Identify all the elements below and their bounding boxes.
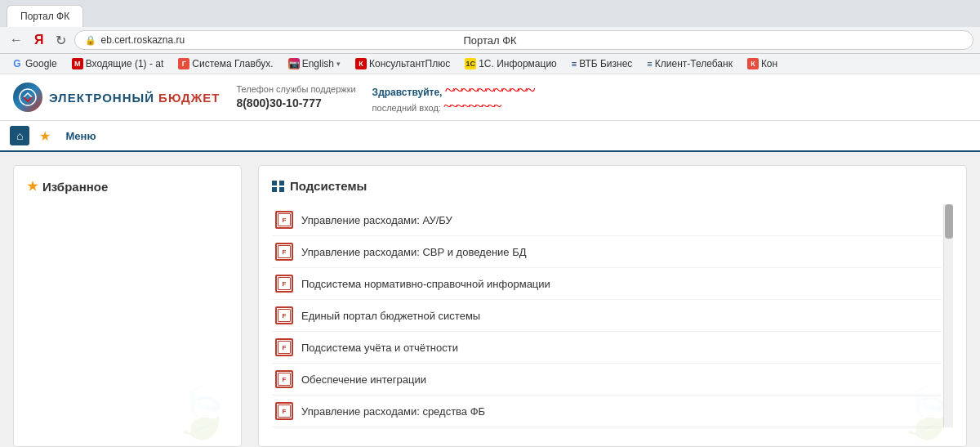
lock-icon: 🔒: [85, 35, 96, 46]
bookmark-google[interactable]: G Google: [7, 56, 62, 71]
last-login-value: ~~~~~~~~~: [443, 99, 501, 114]
bookmark-mail-label: Входящие (1) - at: [86, 58, 164, 69]
bookmark-klient[interactable]: ≡ Клиент-Телебанк: [642, 56, 737, 71]
bookmark-kon2[interactable]: К Кон: [742, 56, 782, 71]
subsystem-icon: F: [275, 243, 293, 261]
greeting-text: Здравствуйте, ~~~~~~~~~~~: [372, 81, 967, 99]
subsystem-label: Подсистема нормативно-справочной информа…: [301, 278, 550, 290]
greeting-label: Здравствуйте,: [372, 87, 443, 98]
menu-button[interactable]: Меню: [60, 128, 100, 144]
google-icon: G: [11, 58, 23, 69]
app-header: ЭЛЕКТРОННЫЙ БЮДЖЕТ Телефон службы поддер…: [0, 74, 980, 121]
mail-icon: M: [72, 58, 83, 69]
redact-scribble: ~~~~~~~~~~~: [445, 79, 534, 100]
subsystems-title-text: Подсистемы: [290, 179, 367, 193]
kon2-icon: К: [747, 58, 759, 69]
logo-circle: [13, 83, 42, 112]
subsystem-icon: F: [275, 306, 293, 324]
bookmark-kon2-label: Кон: [761, 58, 777, 69]
subsystem-icon: F: [275, 275, 293, 293]
subsystem-label: Единый портал бюджетной системы: [301, 310, 480, 322]
logo: ЭЛЕКТРОННЫЙ БЮДЖЕТ: [13, 83, 220, 112]
subsystem-icon: F: [275, 370, 293, 388]
bookmark-mail[interactable]: M Входящие (1) - at: [67, 56, 169, 71]
instagram-icon: 📷: [288, 58, 300, 69]
refresh-button[interactable]: ↻: [52, 31, 69, 50]
back-button[interactable]: ←: [7, 31, 26, 49]
redact-scribble2: ~~~~~~~~~: [443, 98, 501, 114]
bookmark-english[interactable]: 📷 English ▾: [283, 56, 345, 71]
greeting-name: ~~~~~~~~~~~: [445, 81, 534, 99]
support-phone: 8(800)30-10-777: [236, 96, 355, 112]
english-dropdown-arrow: ▾: [336, 60, 341, 68]
page-title: Портал ФК: [463, 34, 516, 47]
subsystems-list-wrapper: F Управление расходами: АУ/БУ F Управлен…: [272, 204, 953, 427]
subsystem-label: Обеспечение интеграции: [301, 373, 426, 386]
last-login: последний вход: ~~~~~~~~~: [372, 99, 967, 114]
address-text: eb.cert.roskazna.ru: [101, 34, 185, 46]
bookmark-konsultant[interactable]: К КонсультантПлюс: [350, 56, 455, 71]
subsystem-icon: F: [275, 402, 293, 420]
grid-icon: [272, 181, 285, 192]
subsystem-label: Подсистема учёта и отчётности: [301, 342, 458, 354]
subsystem-label: Управление расходами: СВР и доведение БД: [301, 246, 527, 258]
subsystem-item[interactable]: F Подсистема нормативно-справочной инфор…: [272, 268, 942, 300]
subsystem-item[interactable]: F Обеспечение интеграции: [272, 364, 942, 396]
subsystem-item[interactable]: F Подсистема учёта и отчётности: [272, 332, 942, 364]
1c-icon: 1С: [465, 58, 476, 69]
glavbuh-icon: Г: [178, 58, 189, 69]
subsystems-panel: Подсистемы F Управление расходами: АУ/БУ…: [258, 165, 967, 447]
yandex-button[interactable]: Я: [31, 31, 47, 49]
bookmark-konsultant-label: КонсультантПлюс: [369, 58, 450, 69]
favorites-star-icon: ★: [27, 179, 38, 194]
bookmark-1c[interactable]: 1С 1С. Информацио: [460, 56, 562, 71]
support-label: Телефон службы поддержки: [236, 83, 355, 96]
bookmarks-bar: G Google M Входящие (1) - at Г Система Г…: [0, 54, 980, 74]
bookmark-english-label: English: [302, 58, 334, 69]
browser-chrome: Портал ФК: [0, 0, 980, 27]
subsystem-item[interactable]: F Управление расходами: АУ/БУ: [272, 204, 942, 236]
logo-text: ЭЛЕКТРОННЫЙ БЮДЖЕТ: [49, 91, 220, 105]
svg-point-0: [20, 89, 36, 105]
scrollbar-track[interactable]: [943, 204, 953, 427]
bookmark-glavbuh-label: Система Главбух.: [192, 58, 273, 69]
bookmark-glavbuh[interactable]: Г Система Главбух.: [173, 56, 278, 71]
scrollbar-thumb[interactable]: [945, 204, 953, 239]
subsystem-label: Управление расходами: средства ФБ: [301, 405, 485, 418]
support-info: Телефон службы поддержки 8(800)30-10-777: [236, 83, 355, 112]
logo-text1: ЭЛЕКТРОННЫЙ: [49, 91, 154, 105]
logo-text3: БЮДЖЕТ: [158, 91, 220, 105]
address-bar[interactable]: 🔒 eb.cert.roskazna.ru: [74, 30, 974, 50]
subsystem-list: F Управление расходами: АУ/БУ F Управлен…: [272, 204, 953, 427]
bookmark-klient-label: Клиент-Телебанк: [655, 58, 733, 69]
last-login-label: последний вход:: [372, 103, 441, 113]
favorites-empty: [27, 205, 228, 218]
greeting-section: Здравствуйте, ~~~~~~~~~~~ последний вход…: [372, 81, 967, 114]
subsystem-item[interactable]: F Управление расходами: средства ФБ: [272, 396, 942, 427]
vtb-icon: ≡: [572, 59, 577, 69]
konsultant-icon: К: [355, 58, 367, 69]
main-content: ★ Избранное 🍃 Подсистемы F Управление ра…: [0, 152, 980, 447]
bookmark-google-label: Google: [25, 58, 57, 69]
subsystem-label: Управление расходами: АУ/БУ: [301, 214, 452, 226]
browser-nav-bar: ← Я ↻ 🔒 eb.cert.roskazna.ru Портал ФК: [0, 27, 980, 54]
klient-icon: ≡: [647, 59, 652, 69]
bookmark-vtb[interactable]: ≡ ВТБ Бизнес: [567, 56, 638, 71]
favorites-title: ★ Избранное: [27, 179, 228, 194]
home-button[interactable]: ⌂: [10, 126, 29, 145]
bookmark-vtb-label: ВТБ Бизнес: [579, 58, 632, 69]
bookmark-1c-label: 1С. Информацио: [479, 58, 557, 69]
tab-bar: Портал ФК: [7, 5, 973, 27]
app-nav: ⌂ ★ Меню: [0, 121, 980, 152]
favorites-title-text: Избранное: [42, 180, 108, 194]
logo-svg: [18, 87, 38, 107]
watermark: 🍃: [172, 389, 233, 438]
subsystems-title: Подсистемы: [272, 179, 953, 193]
favorites-panel: ★ Избранное 🍃: [13, 165, 242, 447]
subsystem-item[interactable]: F Единый портал бюджетной системы: [272, 300, 942, 332]
favorites-nav-button[interactable]: ★: [36, 127, 54, 145]
subsystem-item[interactable]: F Управление расходами: СВР и доведение …: [272, 236, 942, 268]
active-tab[interactable]: Портал ФК: [7, 5, 83, 27]
subsystem-icon: F: [275, 211, 293, 229]
subsystem-icon: F: [275, 338, 293, 356]
